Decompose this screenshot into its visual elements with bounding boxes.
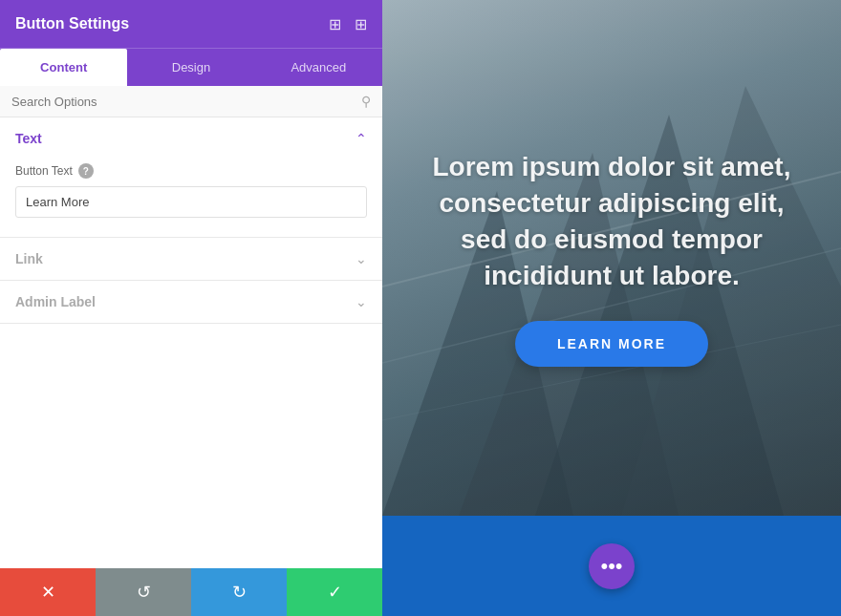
panel-title: Button Settings <box>15 15 129 32</box>
grid-icon[interactable]: ⊞ <box>355 15 367 33</box>
cancel-icon: ✕ <box>41 582 55 603</box>
undo-button[interactable]: ↺ <box>96 568 191 616</box>
section-admin-label-chevron: ⌄ <box>356 294 367 309</box>
fab-button[interactable]: ••• <box>589 543 635 589</box>
save-icon: ✓ <box>328 582 342 603</box>
bottom-toolbar: ✕ ↺ ↻ ✓ <box>0 568 382 616</box>
footer-section: ••• <box>382 516 841 616</box>
section-text-body: Button Text ? <box>0 159 382 237</box>
panel-content: Text ⌃ Button Text ? Link ⌄ Admin Label <box>0 117 382 568</box>
save-button[interactable]: ✓ <box>287 568 382 616</box>
tab-content[interactable]: Content <box>0 49 127 86</box>
focus-icon[interactable]: ⊞ <box>329 15 341 33</box>
search-icon: ⚲ <box>361 94 371 109</box>
header-icons: ⊞ ⊞ <box>329 15 367 33</box>
left-panel: Button Settings ⊞ ⊞ Content Design Advan… <box>0 0 382 616</box>
hero-section: Lorem ipsum dolor sit amet, consectetur … <box>382 0 841 516</box>
section-text: Text ⌃ Button Text ? <box>0 117 382 238</box>
section-link-title: Link <box>15 251 43 266</box>
tab-advanced[interactable]: Advanced <box>255 49 382 86</box>
tab-bar: Content Design Advanced <box>0 48 382 86</box>
cancel-button[interactable]: ✕ <box>0 568 96 616</box>
section-admin-label: Admin Label ⌄ <box>0 281 382 324</box>
section-text-header[interactable]: Text ⌃ <box>0 117 382 159</box>
redo-button[interactable]: ↻ <box>191 568 287 616</box>
help-icon[interactable]: ? <box>78 163 94 179</box>
section-link-chevron: ⌄ <box>356 251 367 266</box>
search-input[interactable] <box>11 95 361 109</box>
right-panel: Lorem ipsum dolor sit amet, consectetur … <box>382 0 841 616</box>
fab-icon: ••• <box>600 554 622 579</box>
field-button-text-label: Button Text ? <box>15 163 367 179</box>
section-admin-label-header[interactable]: Admin Label ⌄ <box>0 281 382 323</box>
search-bar: ⚲ <box>0 86 382 117</box>
section-text-title: Text <box>15 131 42 146</box>
button-text-input[interactable] <box>15 186 367 218</box>
hero-learn-more-button[interactable]: LEARN MORE <box>515 321 708 367</box>
redo-icon: ↻ <box>232 582 247 603</box>
hero-text: Lorem ipsum dolor sit amet, consectetur … <box>420 149 803 293</box>
panel-header: Button Settings ⊞ ⊞ <box>0 0 382 48</box>
hero-content: Lorem ipsum dolor sit amet, consectetur … <box>401 130 822 385</box>
section-text-chevron: ⌃ <box>356 131 367 146</box>
section-admin-label-title: Admin Label <box>15 294 96 309</box>
undo-icon: ↺ <box>137 582 151 603</box>
tab-design[interactable]: Design <box>127 49 254 86</box>
section-link: Link ⌄ <box>0 238 382 281</box>
section-link-header[interactable]: Link ⌄ <box>0 238 382 280</box>
